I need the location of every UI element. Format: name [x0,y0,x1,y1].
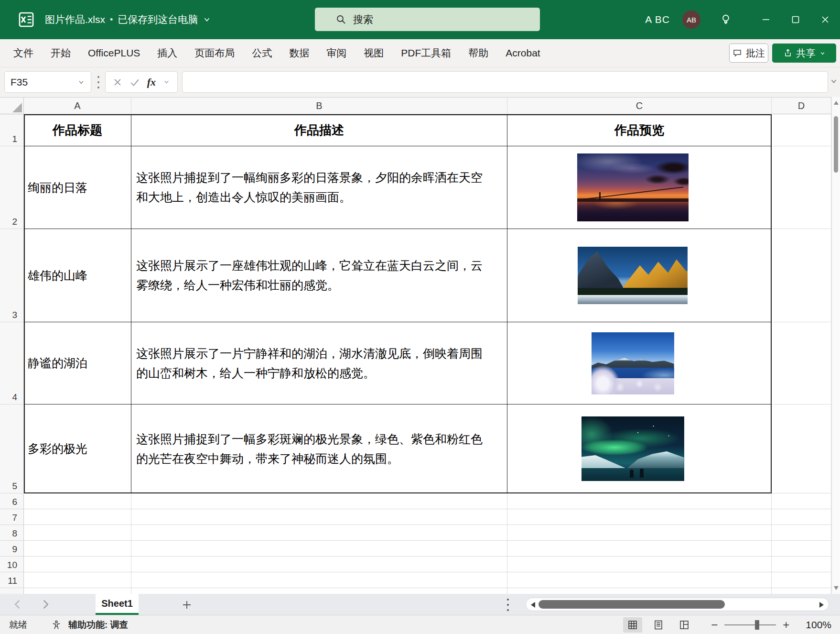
empty-cell[interactable] [772,322,831,404]
empty-cell[interactable] [24,509,131,525]
add-sheet-button[interactable] [180,598,194,612]
page-layout-view-button[interactable] [649,617,668,633]
next-sheet-button[interactable] [38,598,52,611]
cell-b5-work-description[interactable]: 这张照片捕捉到了一幅多彩斑斓的极光景象，绿色、紫色和粉红色的光芒在夜空中舞动，带… [131,404,507,493]
empty-cell[interactable] [24,572,131,588]
empty-cell[interactable] [772,557,831,572]
cell-c1-preview-header[interactable]: 作品预览 [507,114,772,146]
column-header-d[interactable]: D [772,98,831,114]
ribbon-tab-page-layout[interactable]: 页面布局 [186,46,243,60]
empty-cell[interactable] [131,541,507,557]
cancel-icon[interactable] [113,77,122,87]
zoom-slider-thumb[interactable] [755,620,759,630]
proofing-indicator[interactable]: A BC [645,14,670,25]
cell-c4-preview[interactable] [507,322,772,404]
row-header-5[interactable]: 5 [0,404,24,493]
ribbon-tab-data[interactable]: 数据 [280,46,318,60]
cell-a3-work-title[interactable]: 雄伟的山峰 [24,229,131,322]
empty-cell[interactable] [772,525,831,541]
formula-input[interactable] [182,71,828,93]
ribbon-tab-file[interactable]: 文件 [5,46,42,60]
cell-c5-preview[interactable] [507,404,772,493]
empty-cell[interactable] [507,493,772,509]
row-header-11[interactable]: 11 [0,572,24,588]
row-header-4[interactable]: 4 [0,322,24,404]
document-title[interactable]: 图片作品.xlsx • 已保存到这台电脑 [45,13,211,26]
sheet-options-dots[interactable] [506,599,510,611]
cell-a5-work-title[interactable]: 多彩的极光 [24,404,131,493]
empty-cell[interactable] [772,404,831,493]
preview-image-sunset-bridge[interactable] [577,153,689,221]
ribbon-tab-help[interactable]: 帮助 [460,46,497,60]
row-header-7[interactable]: 7 [0,509,24,525]
sheet-tab-sheet1[interactable]: Sheet1 [96,594,139,615]
empty-cell[interactable] [507,572,772,588]
empty-cell[interactable] [24,525,131,541]
normal-view-button[interactable] [623,617,642,633]
ribbon-tab-home[interactable]: 开始 [42,46,79,60]
minimize-button[interactable] [751,0,781,39]
empty-cell[interactable] [772,572,831,588]
empty-cell[interactable] [772,541,831,557]
ribbon-tab-acrobat[interactable]: Acrobat [497,47,549,59]
ribbon-tab-view[interactable]: 视图 [355,46,392,60]
row-header-10[interactable]: 10 [0,557,24,572]
ribbon-tab-formulas[interactable]: 公式 [243,46,280,60]
cell-b1-description-header[interactable]: 作品描述 [131,114,507,146]
cell-b2-work-description[interactable]: 这张照片捕捉到了一幅绚丽多彩的日落景象，夕阳的余晖洒在天空和大地上，创造出令人惊… [131,146,507,229]
cell-c2-preview[interactable] [507,146,772,229]
ribbon-tab-pdf-toolbox[interactable]: PDF工具箱 [392,46,460,60]
previous-sheet-button[interactable] [11,598,25,611]
empty-cell[interactable] [131,493,507,509]
zoom-out-button[interactable]: − [711,618,718,632]
scroll-down-arrow-icon[interactable] [834,586,839,590]
ribbon-tab-review[interactable]: 审阅 [318,46,355,60]
preview-image-aurora[interactable] [582,416,684,481]
empty-cell[interactable] [772,146,831,229]
name-box[interactable]: F35 [4,71,91,93]
lightbulb-icon[interactable] [720,13,732,26]
scroll-right-arrow-icon[interactable] [819,602,824,608]
horizontal-scrollbar[interactable] [526,598,829,611]
row-header-3[interactable]: 3 [0,229,24,322]
row-header-6[interactable]: 6 [0,493,24,509]
search-box[interactable]: 搜索 [315,8,540,31]
empty-cell[interactable] [131,509,507,525]
scroll-up-arrow-icon[interactable] [834,101,839,105]
horizontal-scrollbar-thumb[interactable] [538,600,725,609]
cell-a1-title-header[interactable]: 作品标题 [24,114,131,146]
ribbon-tab-insert[interactable]: 插入 [149,46,186,60]
empty-cell[interactable] [131,525,507,541]
insert-function-button[interactable]: fx [147,76,156,88]
page-break-view-button[interactable] [675,617,694,633]
empty-cell[interactable] [507,557,772,572]
maximize-button[interactable] [781,0,810,39]
comments-button[interactable]: 批注 [729,44,768,63]
empty-cell[interactable] [772,509,831,525]
vertical-scrollbar[interactable] [831,97,840,594]
select-all-corner[interactable] [0,98,24,114]
empty-cell[interactable] [772,114,831,146]
empty-cell[interactable] [24,493,131,509]
vertical-scrollbar-thumb[interactable] [834,116,838,173]
zoom-level[interactable]: 100% [806,619,831,631]
row-header-9[interactable]: 9 [0,541,24,557]
cell-b4-work-description[interactable]: 这张照片展示了一片宁静祥和的湖泊，湖水清澈见底，倒映着周围的山峦和树木，给人一种… [131,322,507,404]
row-header-2[interactable]: 2 [0,146,24,229]
column-header-b[interactable]: B [131,98,507,114]
cell-b3-work-description[interactable]: 这张照片展示了一座雄伟壮观的山峰，它耸立在蓝天白云之间，云雾缭绕，给人一种宏伟和… [131,229,507,322]
zoom-slider[interactable] [724,617,776,633]
enter-check-icon[interactable] [129,77,140,87]
empty-cell[interactable] [24,541,131,557]
empty-cell[interactable] [507,525,772,541]
empty-cell[interactable] [24,557,131,572]
cell-c3-preview[interactable] [507,229,772,322]
row-header-8[interactable]: 8 [0,525,24,541]
empty-cell[interactable] [131,557,507,572]
empty-cell[interactable] [507,509,772,525]
chevron-down-icon[interactable] [163,78,170,86]
cell-a4-work-title[interactable]: 静谧的湖泊 [24,322,131,404]
column-header-c[interactable]: C [507,98,772,114]
empty-cell[interactable] [772,229,831,322]
close-button[interactable] [810,0,840,39]
